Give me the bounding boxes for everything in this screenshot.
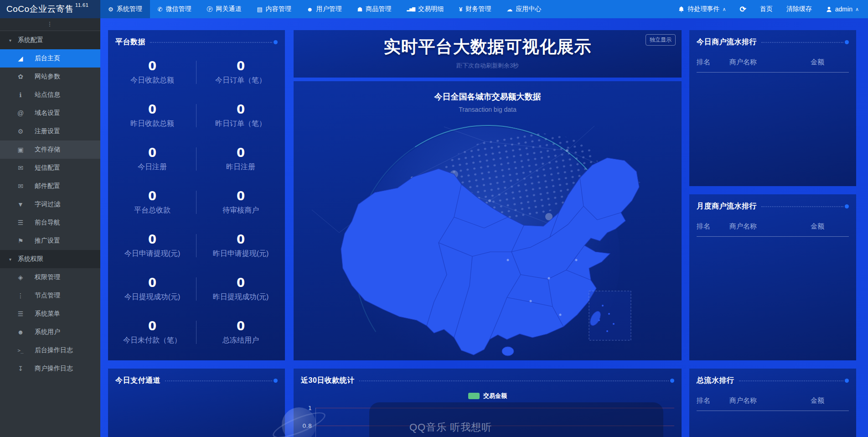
stat-label: 今日注册: [138, 162, 167, 172]
sidebar-item-system-menu[interactable]: ☰ 系统菜单: [0, 305, 100, 323]
money-icon: ¥: [459, 6, 462, 12]
stat-label: 今日收款总额: [130, 76, 174, 85]
monthly-merchant-rank-panel: 月度商户流水排行 排名 商户名称 金额: [689, 194, 856, 360]
envelope-icon: ✉: [16, 164, 25, 172]
platform-stat: 0总冻结用户: [196, 311, 285, 354]
tab-system-mgmt[interactable]: ⚙ 系统管理: [100, 0, 150, 18]
navbar-right: 待处理事件 ∧ ⟳ 首页 清除缓存 admin ∧: [664, 0, 868, 18]
sidebar-item-merchant-op-log[interactable]: ↧ 商户操作日志: [0, 359, 100, 378]
sidebar-item-promotion-settings[interactable]: ⚑ 推广设置: [0, 232, 100, 250]
sidebar-item-front-nav[interactable]: ☰ 前台导航: [0, 213, 100, 232]
stat-value: 0: [237, 233, 245, 246]
stat-label: 待审核商户: [222, 206, 259, 215]
platform-stat: 0今日注册: [108, 137, 196, 181]
panel-title: 今日商户流水排行: [697, 37, 757, 47]
platform-data-panel: 平台数据 0今日收款总额 0今日订单（笔） 0昨日收款总额 0昨日订单（笔） 0…: [108, 30, 285, 360]
sidebar-item-site-params[interactable]: ✿ 网站参数: [0, 68, 100, 86]
sidebar-collapse-handle[interactable]: ⋮: [0, 18, 100, 31]
sidebar-item-file-storage[interactable]: ▣ 文件存储: [0, 140, 100, 159]
item-label: 推广设置: [35, 237, 60, 245]
col-amount: 金额: [811, 222, 849, 231]
wechat-icon: ✆: [158, 6, 163, 12]
sidebar-item-admin-op-log[interactable]: >_ 后台操作日志: [0, 341, 100, 359]
sidebar-item-node-mgmt[interactable]: ⋮ 节点管理: [0, 286, 100, 305]
sidebar-item-word-filter[interactable]: ▼ 字词过滤: [0, 195, 100, 213]
south-china-sea-inset: [589, 291, 631, 340]
stat-value: 0: [148, 276, 156, 290]
col-rank: 排名: [697, 222, 729, 231]
dotted-divider: [761, 42, 843, 43]
sidebar-section-system-permission[interactable]: ▾ 系统权限: [0, 250, 100, 268]
item-label: 域名设置: [35, 109, 60, 117]
tab-content-mgmt[interactable]: ▤ 内容管理: [249, 0, 299, 18]
sidebar-item-backend-home[interactable]: ◢ 后台主页: [0, 49, 100, 68]
item-label: 注册设置: [35, 127, 60, 135]
tab-wechat-mgmt[interactable]: ✆ 微信管理: [150, 0, 199, 18]
auto-refresh-note: 距下次自动刷新剩余3秒: [294, 62, 682, 70]
tab-label: 微信管理: [166, 5, 191, 13]
china-map: [294, 123, 682, 360]
tab-label: 用户管理: [316, 5, 342, 13]
sidebar-item-system-users[interactable]: ☻ 系统用户: [0, 323, 100, 341]
lock-icon: ◈: [16, 274, 25, 281]
envelope-icon: ✉: [16, 182, 25, 190]
total-rank-panel: 总流水排行 排名 商户名称 金额: [689, 369, 856, 437]
section-label: 系统配置: [18, 36, 43, 44]
panel-header: 月度商户流水排行: [689, 194, 856, 211]
sidebar-item-sms-config[interactable]: ✉ 短信配置: [0, 159, 100, 177]
china-map-panel: 今日全国各城市交易额大数据 Transaction big data: [294, 81, 682, 360]
users-icon: ☻: [307, 6, 313, 12]
tab-gateway[interactable]: Ⓟ 网关通道: [199, 0, 249, 18]
sidebar-item-email-config[interactable]: ✉ 邮件配置: [0, 177, 100, 195]
tab-label: 交易明细: [418, 5, 444, 13]
table-rule: [697, 236, 849, 237]
tab-finance-mgmt[interactable]: ¥ 财务管理: [451, 0, 499, 18]
item-label: 网站参数: [35, 73, 60, 81]
top-navbar: CoCo企业云寄售 11.61 ⚙ 系统管理 ✆ 微信管理 Ⓟ 网关通道 ▤ 内…: [0, 0, 868, 18]
sidebar-item-register-settings[interactable]: ⚙ 注册设置: [0, 122, 100, 140]
tab-user-mgmt[interactable]: ☻ 用户管理: [299, 0, 350, 18]
home-link[interactable]: 首页: [760, 5, 773, 13]
tab-transactions[interactable]: ▂▅▇ 交易明细: [399, 0, 451, 18]
sidebar-item-permission-mgmt[interactable]: ◈ 权限管理: [0, 268, 100, 286]
dot-accent: [274, 379, 278, 383]
stat-label: 平台总收款: [134, 206, 170, 215]
tab-label: 财务管理: [465, 5, 491, 13]
tab-app-center[interactable]: ☁ 应用中心: [499, 0, 549, 18]
sidebar-item-domain-settings[interactable]: @ 域名设置: [0, 104, 100, 122]
item-label: 节点管理: [35, 291, 60, 300]
at-icon: @: [16, 109, 25, 117]
clear-cache-button[interactable]: 清除缓存: [786, 5, 812, 13]
dotted-divider: [165, 380, 272, 381]
username: admin: [835, 5, 852, 13]
stat-label: 昨日提现成功(元): [213, 292, 269, 302]
app-logo[interactable]: CoCo企业云寄售 11.61: [0, 0, 100, 18]
stat-label: 今日未付款（笔）: [123, 336, 181, 345]
saturn-planet-decoration: [279, 405, 319, 437]
pay-channel-panel: 今日支付通道: [108, 369, 285, 437]
stat-label: 昨日收款总额: [130, 119, 174, 129]
menu-icon: ☰: [16, 310, 25, 317]
pending-events-dropdown[interactable]: 待处理事件 ∧: [678, 5, 726, 13]
user-icon: [826, 6, 832, 13]
stat-value: 0: [237, 59, 245, 73]
user-menu[interactable]: admin ∧: [826, 5, 859, 13]
filter-icon: ▼: [16, 201, 25, 208]
item-label: 前台导航: [35, 218, 60, 227]
tab-product-mgmt[interactable]: ☗ 商品管理: [350, 0, 399, 18]
col-merchant: 商户名称: [729, 222, 811, 231]
map-subtitle: Transaction big data: [294, 106, 682, 113]
app-version: 11.61: [75, 2, 88, 8]
stat-label: 昨日注册: [226, 162, 255, 172]
chart-legend[interactable]: 交易金额: [294, 392, 682, 400]
standalone-display-button[interactable]: 独立显示: [646, 34, 676, 46]
sidebar-item-site-info[interactable]: ℹ 站点信息: [0, 86, 100, 104]
dots-icon: ⋮: [47, 21, 54, 27]
gear-icon: ⚙: [108, 6, 114, 12]
col-amount: 金额: [811, 396, 849, 405]
tab-label: 商品管理: [366, 5, 391, 13]
table-rule: [697, 72, 849, 73]
floppy-icon: ▣: [16, 146, 25, 153]
refresh-button[interactable]: ⟳: [740, 5, 746, 14]
sidebar-section-system-config[interactable]: ▾ 系统配置: [0, 31, 100, 49]
